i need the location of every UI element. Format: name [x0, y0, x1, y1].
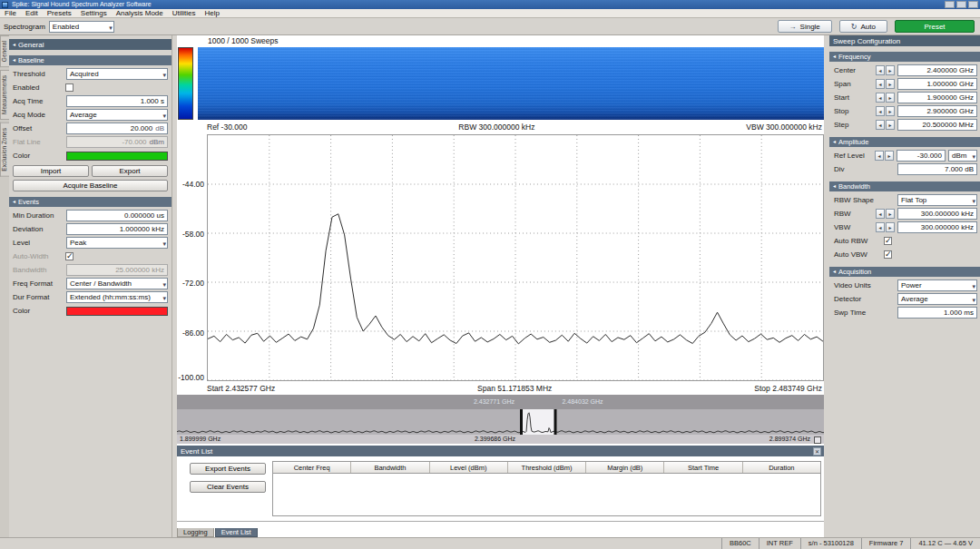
increment-button[interactable]: ►	[886, 79, 895, 89]
tab-event-list[interactable]: Event List	[215, 528, 258, 537]
amplitude-section-header[interactable]: ◂ Amplitude	[829, 137, 980, 147]
col-bandwidth[interactable]: Bandwidth	[351, 462, 429, 473]
events-section-title: Events	[18, 197, 39, 207]
stop-field[interactable]: 2.900000 GHz	[897, 105, 977, 117]
decrement-button[interactable]: ◄	[875, 151, 884, 161]
dur-format-dropdown[interactable]: Extended (hh:mm:ss:ms)	[66, 291, 168, 303]
video-units-dropdown[interactable]: Power	[897, 279, 977, 291]
decrement-button[interactable]: ◄	[876, 65, 885, 75]
span-field[interactable]: 1.000000 GHz	[897, 78, 977, 90]
freq-format-dropdown[interactable]: Center / Bandwidth	[66, 278, 168, 289]
event-list-close-icon[interactable]: ✕	[813, 447, 821, 456]
offset-field[interactable]: 20.000 dB	[66, 123, 168, 134]
threshold-dropdown[interactable]: Acquired	[66, 68, 168, 80]
overview-corner-button[interactable]	[814, 436, 821, 444]
col-start-time[interactable]: Start Time	[664, 462, 742, 473]
start-value: 1.900000 GHz	[926, 93, 974, 102]
frequency-overview[interactable]: 2.432771 GHz 2.484032 GHz 1.899999 GHz 2…	[177, 395, 824, 444]
auto-rbw-checkbox[interactable]	[884, 237, 892, 245]
general-section-header[interactable]: ◂ General	[9, 39, 172, 50]
level-dropdown[interactable]: Peak	[66, 237, 168, 249]
side-tab-measurements[interactable]: Measurements	[0, 70, 9, 120]
step-spinner: ◄►	[876, 120, 895, 130]
increment-button[interactable]: ►	[886, 106, 895, 116]
col-level[interactable]: Level (dBm)	[430, 462, 508, 473]
auto-vbw-checkbox[interactable]	[884, 250, 892, 259]
center-field[interactable]: 2.400000 GHz	[897, 64, 977, 76]
decrement-button[interactable]: ◄	[876, 79, 885, 89]
export-events-button[interactable]: Export Events	[190, 463, 266, 475]
menu-edit[interactable]: Edit	[21, 9, 43, 17]
div-field[interactable]: 7.000 dB	[897, 163, 977, 175]
menu-utilities[interactable]: Utilities	[168, 9, 201, 17]
increment-button[interactable]: ►	[886, 209, 895, 219]
increment-button[interactable]: ►	[885, 151, 894, 161]
increment-button[interactable]: ►	[886, 65, 895, 75]
increment-button[interactable]: ►	[886, 222, 895, 232]
col-duration[interactable]: Duration	[743, 462, 820, 473]
vbw-field[interactable]: 300.000000 kHz	[897, 221, 977, 233]
rbw-spinner: ◄►	[876, 209, 895, 219]
preset-button[interactable]: Preset	[895, 20, 975, 33]
col-threshold[interactable]: Threshold (dBm)	[508, 462, 586, 473]
decrement-button[interactable]: ◄	[876, 222, 885, 232]
deviation-field[interactable]: 1.000000 kHz	[66, 223, 168, 235]
start-field[interactable]: 1.900000 GHz	[897, 92, 977, 103]
spectrum-plot[interactable]	[207, 134, 824, 381]
maximize-button[interactable]	[956, 1, 966, 8]
menu-help[interactable]: Help	[201, 9, 224, 17]
col-margin[interactable]: Margin (dB)	[586, 462, 664, 473]
minimize-button[interactable]	[945, 1, 955, 8]
export-button[interactable]: Export	[92, 165, 168, 177]
acquisition-section-header[interactable]: ◂ Acquisition	[829, 267, 980, 277]
offset-value: 20.000	[131, 124, 152, 132]
events-section-header[interactable]: ◂ Events	[9, 197, 172, 207]
decrement-button[interactable]: ◄	[876, 209, 885, 219]
event-list-header[interactable]: Event List ✕	[177, 446, 824, 456]
detector-dropdown[interactable]: Average	[897, 293, 977, 305]
menu-file[interactable]: File	[0, 9, 21, 17]
decrement-button[interactable]: ◄	[876, 106, 885, 116]
menu-settings[interactable]: Settings	[76, 9, 112, 17]
title-bar[interactable]: Spike: Signal Hound Spectrum Analyzer So…	[0, 0, 980, 9]
baseline-color-swatch[interactable]	[66, 152, 168, 161]
status-firmware: Firmware 7	[861, 538, 911, 549]
sweep-controls: → Single ↻ Auto Preset	[778, 20, 976, 33]
side-tab-general[interactable]: General	[0, 35, 9, 67]
ref-level-unit-dropdown[interactable]: dBm	[948, 150, 977, 162]
baseline-section-header[interactable]: ◂ Baseline	[9, 55, 172, 65]
clear-events-button[interactable]: Clear Events	[190, 481, 266, 493]
bandwidth-section-header[interactable]: ◂ Bandwidth	[829, 181, 980, 191]
side-tab-exclusion-zones[interactable]: Exclusion Zones	[0, 123, 9, 177]
decrement-button[interactable]: ◄	[876, 93, 885, 103]
tab-logging[interactable]: Logging	[177, 528, 214, 537]
menu-presets[interactable]: Presets	[43, 9, 76, 17]
acq-mode-dropdown[interactable]: Average	[66, 109, 168, 121]
import-button[interactable]: Import	[13, 165, 89, 177]
frequency-section-header[interactable]: ◂ Frequency	[829, 52, 980, 62]
acq-time-field[interactable]: 1.000 s	[66, 95, 168, 107]
step-field[interactable]: 20.500000 MHz	[897, 119, 977, 131]
rbw-field[interactable]: 300.000000 kHz	[897, 208, 977, 220]
overview-trace[interactable]	[177, 409, 824, 435]
single-sweep-button[interactable]: → Single	[778, 20, 832, 33]
close-button[interactable]	[968, 1, 978, 8]
increment-button[interactable]: ►	[886, 93, 895, 103]
auto-sweep-button[interactable]: ↻ Auto	[839, 20, 887, 33]
acquire-baseline-button[interactable]: Acquire Baseline	[13, 180, 168, 191]
increment-button[interactable]: ►	[886, 120, 895, 130]
events-color-swatch[interactable]	[66, 307, 168, 316]
rbw-shape-dropdown[interactable]: Flat Top	[897, 194, 977, 206]
ref-level-field[interactable]: -30.000	[897, 150, 946, 162]
min-duration-field[interactable]: 0.000000 us	[66, 210, 168, 221]
auto-width-checkbox[interactable]	[65, 252, 74, 260]
swp-time-field[interactable]: 1.000 ms	[897, 307, 977, 319]
menu-analysis-mode[interactable]: Analysis Mode	[112, 9, 168, 17]
decrement-button[interactable]: ◄	[876, 120, 885, 130]
spectrogram-waterfall[interactable]	[198, 47, 824, 120]
spectrogram-dropdown[interactable]: Enabled	[49, 21, 114, 33]
enabled-checkbox[interactable]	[65, 83, 74, 92]
col-center-freq[interactable]: Center Freq	[273, 462, 351, 473]
start-label: Start	[834, 93, 873, 102]
app-icon	[2, 2, 8, 8]
